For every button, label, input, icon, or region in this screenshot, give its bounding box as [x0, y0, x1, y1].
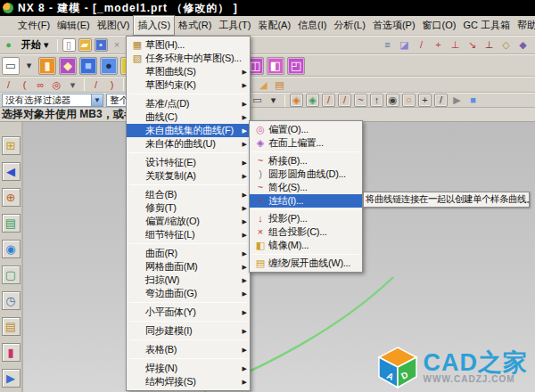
sketch-button[interactable]: ▭ — [2, 57, 20, 75]
snap-point2-icon[interactable]: ◈ — [306, 94, 319, 107]
new-file-icon[interactable]: ▯ — [62, 38, 76, 52]
menu-item-sketch-constraint[interactable]: 草图约束(K) ▶ — [127, 78, 250, 92]
revolve-icon[interactable]: ◆ — [59, 57, 77, 75]
menu-preferences[interactable]: 首选项(P) — [369, 16, 419, 35]
menu-item-detail-feature[interactable]: 细节特征(L) ▶ — [127, 228, 250, 241]
snap-arc-center-icon[interactable]: ◉ — [386, 94, 399, 107]
snap-curve-icon[interactable]: ~ — [354, 94, 367, 107]
submenu-item-circular-blend-curve[interactable]: ) 圆形圆角曲线(D)... ▶ — [250, 167, 362, 181]
cube-view-icon[interactable]: ■ — [466, 94, 480, 107]
dropdown-caret-icon[interactable]: ▾ — [22, 59, 36, 72]
menu-file[interactable]: 文件(F) — [14, 16, 54, 35]
menu-item-design-feature[interactable]: 设计特征(E) ▶ — [127, 156, 250, 169]
menu-item-curve[interactable]: 曲线(C) ▶ — [127, 110, 250, 124]
csys-icon[interactable]: ⊥ — [449, 38, 462, 52]
menu-view[interactable]: 视图(V) — [94, 16, 134, 35]
shell-icon[interactable]: ◰ — [287, 57, 305, 75]
bend-icon[interactable]: ◢ — [257, 78, 270, 92]
menu-item-structure-weld[interactable]: 结构焊接(S) ▶ — [127, 375, 250, 388]
fillet-curve-icon[interactable]: ) — [105, 78, 119, 92]
snap-options-icon[interactable]: ◈ — [290, 94, 303, 107]
snap-endpoint-icon[interactable]: / — [322, 94, 335, 107]
snap-quadrant-icon[interactable]: ○ — [402, 94, 416, 107]
menu-analysis[interactable]: 分析(L) — [330, 16, 368, 35]
menu-item-trim[interactable]: 修剪(T) ▶ — [127, 201, 250, 215]
orient-csys-icon[interactable]: ↘ — [465, 38, 479, 52]
circle-center-icon[interactable]: ◎ — [50, 78, 63, 92]
menu-item-datum-point[interactable]: 基准/点(D) ▶ — [127, 97, 250, 110]
submenu-item-bridge[interactable]: ~ 桥接(B)... ▶ — [250, 154, 362, 167]
menu-window[interactable]: 窗口(O) — [419, 16, 460, 35]
point-tool-icon[interactable]: + — [432, 38, 445, 52]
roles-icon[interactable]: ▶ — [2, 369, 21, 388]
materials-palette-icon[interactable]: ▮ — [2, 343, 21, 362]
cursor-icon[interactable]: ▶ — [450, 94, 464, 107]
selection-filter-combo[interactable]: 没有选择过滤器 ▼ — [2, 94, 103, 107]
history-icon[interactable]: ◷ — [2, 291, 21, 310]
marquee-select-icon[interactable]: ▭ — [251, 94, 264, 107]
circle-pair-icon[interactable]: ∞ — [34, 78, 47, 92]
submenu-item-combined-projection[interactable]: × 组合投影(C)... ▶ — [250, 225, 362, 239]
submenu-item-mirror[interactable]: ◧ 镜像(M)... ▶ — [250, 239, 362, 252]
menu-item-surface[interactable]: 曲面(R) ▶ — [127, 247, 250, 260]
menu-assemblies[interactable]: 装配(A) — [254, 16, 294, 35]
view-layers-icon[interactable]: ≡ — [381, 38, 394, 52]
reuse-library-icon[interactable]: ▤ — [2, 214, 21, 233]
dropdown-caret-icon[interactable]: ▾ — [267, 94, 280, 107]
assembly-navigator-icon[interactable]: ⊞ — [2, 136, 21, 155]
system-materials-icon[interactable]: ▤ — [2, 317, 21, 336]
wcs-icon[interactable]: ⊥ — [482, 38, 496, 52]
open-folder-icon[interactable]: ▰ — [78, 38, 92, 52]
datum-axis-icon[interactable]: / — [415, 38, 428, 52]
start-menu-button[interactable]: 开始 ▾ — [18, 38, 53, 52]
menu-help[interactable]: 帮助(H) — [514, 16, 535, 35]
constraint-navigator-icon[interactable]: ◀ — [2, 162, 21, 181]
menu-item-mesh-surface[interactable]: 网格曲面(M) ▶ — [127, 260, 250, 274]
menu-item-sketch-curve[interactable]: 草图曲线(S) ▶ — [127, 65, 250, 78]
menu-item-combine[interactable]: 组合(B) ▶ — [127, 188, 250, 201]
snap-pole-icon[interactable]: ↑ — [370, 94, 383, 107]
line2-curve-icon[interactable]: / — [89, 78, 103, 92]
snap-midpoint-icon[interactable]: / — [338, 94, 351, 107]
part-navigator-icon[interactable]: ⊕ — [2, 188, 21, 207]
menu-edit[interactable]: 编辑(E) — [54, 16, 94, 35]
menu-item-weld[interactable]: 焊接(N) ▶ — [127, 362, 250, 375]
web-browser-icon[interactable]: ▢ — [2, 265, 21, 284]
hd3d-tools-icon[interactable]: ◉ — [2, 240, 21, 258]
menu-item-sweep[interactable]: 扫掠(W) ▶ — [127, 274, 250, 287]
cut-icon[interactable]: × — [111, 38, 124, 52]
save-icon[interactable]: ▪ — [95, 38, 108, 52]
menu-item-table[interactable]: 表格(B) ▶ — [127, 343, 250, 356]
menu-format[interactable]: 格式(R) — [175, 16, 215, 35]
menu-item-facet-body[interactable]: 小平面体(Y) ▶ — [127, 306, 250, 319]
submenu-item-join[interactable]: ~ 连结(I)... ▶ — [250, 194, 362, 208]
menu-item-flange-surface[interactable]: 弯边曲面(G) ▶ — [127, 287, 250, 300]
nx-app-icon[interactable]: ● — [2, 38, 15, 52]
menu-gc-toolbox[interactable]: GC 工具箱 — [459, 16, 514, 35]
caret-icon[interactable]: ▾ — [66, 78, 79, 92]
menu-item-synchronous-modeling[interactable]: 同步建模(I) ▶ — [127, 324, 250, 338]
menu-item-curve-from-bodies[interactable]: 来自体的曲线(U) ▶ — [127, 137, 250, 151]
submenu-item-simplify[interactable]: ~ 简化(S)... ▶ — [250, 181, 362, 194]
extrude-icon[interactable]: ▮ — [38, 57, 56, 75]
menu-item-curve-from-curves[interactable]: 来自曲线集的曲线(F) ▶ — [127, 124, 250, 137]
trim-body-icon[interactable]: ◧ — [267, 57, 284, 75]
menu-information[interactable]: 信息(I) — [294, 16, 330, 35]
submenu-item-project[interactable]: ↓ 投影(P)... ▶ — [250, 212, 362, 225]
menu-item-sketch-in-task[interactable]: ▧ 任务环境中的草图(S)... ▶ — [127, 52, 250, 65]
book-pages-icon[interactable]: ▤ — [273, 78, 286, 92]
hole-icon[interactable]: ● — [100, 57, 118, 75]
snap-diamond-icon[interactable]: ◇ — [499, 38, 513, 52]
menu-item-offset-scale[interactable]: 偏置/缩放(O) ▶ — [127, 215, 250, 228]
snap-intersection-icon[interactable]: + — [418, 94, 432, 107]
menu-item-sketch[interactable]: ▦ 草图(H)... ▶ — [127, 38, 250, 52]
menu-item-associative-copy[interactable]: 关联复制(A) ▶ — [127, 169, 250, 183]
line-curve-icon[interactable]: / — [2, 78, 15, 92]
menu-tools[interactable]: 工具(T) — [215, 16, 254, 35]
submenu-item-offset-in-face[interactable]: ◈ 在面上偏置... ▶ — [250, 136, 362, 150]
measure-icon[interactable]: ◆ — [516, 38, 530, 52]
chevron-down-icon[interactable]: ▼ — [91, 94, 103, 106]
block-icon[interactable]: ■ — [79, 57, 97, 75]
submenu-item-wrap-unwrap-curve[interactable]: ▤ 缠绕/展开曲线(W)... ▶ — [250, 257, 362, 270]
arc-curve-icon[interactable]: ( — [18, 78, 31, 92]
